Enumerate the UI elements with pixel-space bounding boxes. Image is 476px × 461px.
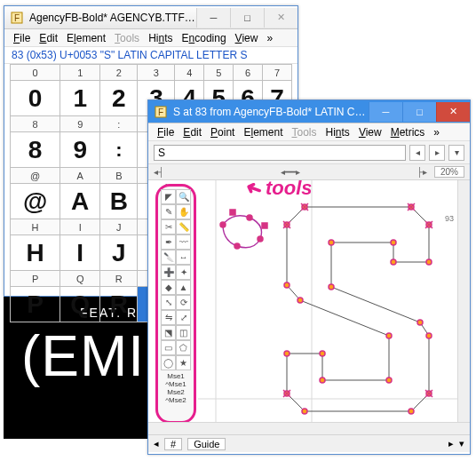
perspective-tool-icon[interactable]: ◫ [176, 325, 191, 340]
menu-file[interactable]: File [10, 32, 34, 44]
svg-point-25 [386, 333, 392, 338]
svg-point-23 [320, 378, 325, 383]
menu-overflow[interactable]: » [263, 32, 276, 44]
menu-element[interactable]: Element [240, 126, 286, 139]
row-hdr: R [100, 271, 138, 287]
glyph-cell[interactable]: 0 [11, 81, 60, 116]
glyph-cell[interactable]: I [60, 235, 100, 271]
glyph-cell[interactable]: 1 [60, 81, 100, 116]
font-view-titlebar[interactable]: F AgencyFB-Bold* AGENCYB.TTF (UnicodeBmp… [4, 6, 298, 29]
app-icon: F [10, 11, 24, 25]
layer-next-icon[interactable]: ▸ [448, 438, 454, 449]
svg-point-32 [234, 243, 240, 249]
minimize-button[interactable]: ─ [369, 102, 402, 122]
rect-tool-icon[interactable]: ▭ [161, 340, 176, 355]
glyph-canvas[interactable]: 1000 500 0 93 ➜tools ◤🔍 ✎✋ ✂📏 ✒〰 🔪↔ ➕✦ ◆… [148, 180, 470, 434]
row-hdr: J [100, 219, 138, 235]
wordlist-menu-button[interactable]: ▾ [448, 145, 464, 161]
menu-view[interactable]: View [355, 126, 385, 139]
glyph-outline[interactable] [198, 180, 464, 434]
menu-point[interactable]: Point [207, 126, 238, 139]
glyph-cell[interactable]: 8 [11, 132, 60, 168]
menu-overflow[interactable]: » [430, 126, 443, 139]
menu-file[interactable]: File [154, 126, 178, 139]
menu-element[interactable]: Element [63, 32, 109, 44]
row-hdr: B [100, 168, 138, 184]
menu-view[interactable]: View [232, 32, 262, 44]
char-prev-icon[interactable]: ◂┤ [154, 167, 164, 177]
layer-prev-icon[interactable]: ◂ [154, 438, 159, 449]
glyph-cell[interactable]: P [11, 287, 60, 322]
col-hdr: 3 [138, 65, 175, 81]
pen-tool-icon[interactable]: ✒ [161, 234, 176, 250]
magnify-tool-icon[interactable]: 🔍 [176, 189, 191, 204]
svg-text:F: F [14, 13, 20, 23]
glyph-cell[interactable]: J [100, 235, 138, 271]
menu-tools: Tools [288, 126, 320, 139]
col-hdr: 5 [204, 65, 234, 81]
close-button[interactable]: ✕ [264, 8, 298, 28]
glyph-cell[interactable]: Q [60, 287, 100, 322]
svg-point-14 [329, 284, 334, 290]
svg-point-26 [298, 298, 303, 303]
menu-encoding[interactable]: Encoding [178, 32, 230, 44]
glyph-cell[interactable]: 2 [100, 81, 138, 116]
row-hdr: I [60, 219, 100, 235]
maximize-button[interactable]: □ [402, 102, 436, 122]
svg-point-21 [284, 351, 290, 356]
menu-metrics[interactable]: Metrics [387, 126, 429, 139]
glyph-cell[interactable]: H [11, 235, 60, 271]
add-curve-point-icon[interactable]: ➕ [161, 265, 176, 280]
add-tangent-point-icon[interactable]: ▲ [176, 280, 191, 295]
menu-edit[interactable]: Edit [36, 32, 61, 44]
glyph-cell[interactable]: @ [11, 184, 60, 219]
svg-rect-33 [230, 210, 235, 215]
minimize-button[interactable]: ─ [196, 8, 230, 28]
cut-tool-icon[interactable]: ✂ [161, 219, 176, 234]
vertical-scrollbar[interactable] [457, 180, 470, 434]
measure-tool-icon[interactable]: ↔ [176, 250, 191, 265]
hand-tool-icon[interactable]: ✋ [176, 204, 191, 219]
wordlist-next-button[interactable]: ▸ [429, 145, 445, 161]
maximize-button[interactable]: □ [230, 8, 264, 28]
glyph-cell[interactable]: B [100, 184, 138, 219]
close-button[interactable]: ✕ [436, 102, 470, 122]
layer-hash[interactable]: # [164, 438, 182, 450]
menu-edit[interactable]: Edit [179, 126, 205, 139]
star-tool-icon[interactable]: ★ [176, 355, 191, 370]
spiro-tool-icon[interactable]: 〰 [176, 234, 191, 250]
add-corner-point-icon[interactable]: ◆ [161, 280, 176, 295]
svg-point-19 [302, 409, 307, 414]
pointer-tool-icon[interactable]: ◤ [161, 189, 176, 204]
layer-menu-icon[interactable]: ▾ [459, 438, 464, 449]
scale-tool-icon[interactable]: ⤡ [161, 295, 176, 310]
freehand-tool-icon[interactable]: ✎ [161, 204, 176, 219]
glyph-cell[interactable]: R [100, 287, 138, 322]
skew-tool-icon[interactable]: ⤢ [176, 310, 191, 325]
char-scroll-icon[interactable]: ◂━━▸ [171, 167, 409, 177]
add-hv-point-icon[interactable]: ✦ [176, 265, 191, 280]
ellipse-tool-icon[interactable]: ◯ [161, 355, 176, 370]
rotate-tool-icon[interactable]: ⟳ [176, 295, 191, 310]
layer-guide[interactable]: Guide [187, 438, 226, 450]
glyph-cell[interactable]: : [100, 132, 138, 168]
poly-tool-icon[interactable]: ⬠ [176, 340, 191, 355]
char-next-icon[interactable]: ├▸ [416, 167, 427, 177]
zoom-readout[interactable]: 20% [434, 166, 464, 178]
svg-rect-34 [262, 223, 267, 228]
knife-tool-icon[interactable]: 🔪 [161, 250, 176, 265]
glyph-edit-window: F S at 83 from AgencyFB-Bold* LATIN CAPI… [147, 99, 471, 455]
menu-hints[interactable]: Hints [322, 126, 353, 139]
glyph-edit-titlebar[interactable]: F S at 83 from AgencyFB-Bold* LATIN CAPI… [148, 100, 470, 123]
wordlist-input[interactable] [154, 145, 406, 161]
rotate3d-tool-icon[interactable]: ⬔ [161, 325, 176, 340]
menu-hints[interactable]: Hints [145, 32, 176, 44]
col-hdr: 1 [60, 65, 100, 81]
glyph-cell[interactable]: A [60, 184, 100, 219]
ruler-tool-icon[interactable]: 📏 [176, 219, 191, 234]
col-hdr: 7 [263, 65, 292, 81]
flip-tool-icon[interactable]: ⇋ [161, 310, 176, 325]
horizontal-scrollbar[interactable] [148, 422, 470, 434]
glyph-cell[interactable]: 9 [60, 132, 100, 168]
wordlist-prev-button[interactable]: ◂ [409, 145, 425, 161]
